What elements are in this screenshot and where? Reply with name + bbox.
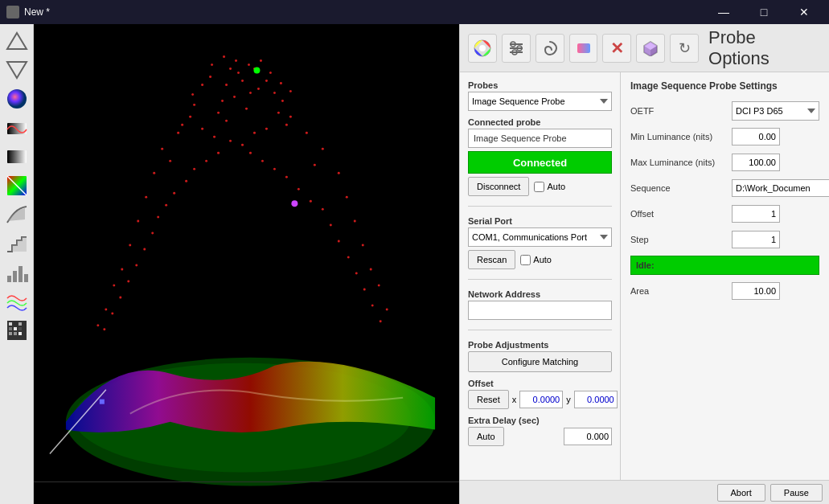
svg-point-96: [355, 272, 358, 274]
svg-point-30: [241, 80, 244, 82]
svg-point-72: [253, 132, 256, 134]
serial-port-select[interactable]: COM1, Communications Port: [468, 227, 612, 247]
svg-point-75: [217, 152, 220, 154]
disconnect-button[interactable]: Disconnect: [468, 177, 529, 196]
refresh-button[interactable]: ↻: [670, 34, 699, 63]
idle-label: Idle:: [636, 260, 655, 270]
svg-point-107: [211, 64, 213, 66]
connected-status-button[interactable]: Connected: [468, 151, 612, 174]
svg-point-59: [113, 284, 115, 286]
max-lum-input[interactable]: [732, 154, 780, 171]
svg-point-27: [237, 72, 240, 74]
sidebar-icon-chart[interactable]: [3, 230, 31, 257]
svg-point-82: [285, 176, 288, 178]
cube-button[interactable]: [636, 34, 665, 63]
sidebar-icon-diagonal[interactable]: [3, 172, 31, 199]
cross-button[interactable]: ✕: [602, 34, 631, 63]
svg-point-88: [322, 208, 324, 211]
svg-point-79: [193, 168, 195, 170]
svg-point-97: [119, 296, 121, 298]
sidebar-icon-wave[interactable]: [3, 114, 31, 141]
svg-point-114: [291, 200, 298, 207]
sidebar-icon-triangle-down[interactable]: [3, 56, 31, 84]
sidebar-icon-sphere[interactable]: [3, 85, 31, 113]
sidebar-icon-ramp[interactable]: [3, 143, 31, 170]
panel-content: Probes Image Sequence Probe Connected pr…: [460, 72, 829, 480]
svg-rect-8: [13, 271, 17, 282]
svg-point-91: [143, 248, 146, 251]
svg-rect-4: [7, 150, 27, 163]
area-label: Area: [630, 286, 727, 296]
svg-point-66: [277, 112, 280, 114]
step-input[interactable]: [732, 231, 780, 248]
svg-point-34: [245, 108, 248, 110]
right-panel: ✕ ↻ Probe Options Probes: [459, 24, 829, 504]
sidebar-icon-triangle[interactable]: [3, 27, 31, 55]
svg-point-53: [137, 220, 139, 223]
oetf-select[interactable]: DCI P3 D65: [732, 101, 819, 121]
abort-button[interactable]: Abort: [717, 484, 765, 502]
tune-button[interactable]: [502, 34, 531, 63]
svg-marker-1: [7, 62, 27, 78]
svg-point-92: [338, 240, 340, 243]
svg-point-60: [370, 268, 372, 270]
delay-input[interactable]: [564, 428, 612, 445]
pause-button[interactable]: Pause: [770, 484, 823, 502]
svg-point-70: [265, 128, 268, 130]
close-button[interactable]: ✕: [786, 0, 823, 24]
serial-port-label: Serial Port: [468, 216, 612, 226]
minimize-button[interactable]: —: [705, 0, 742, 24]
svg-point-106: [260, 59, 262, 62]
swirl-button[interactable]: [536, 34, 564, 63]
seq-offset-input[interactable]: [732, 205, 780, 223]
sequence-row: Sequence ...: [630, 178, 819, 198]
rescan-button[interactable]: Rescan: [468, 250, 515, 269]
reset-button[interactable]: Reset: [468, 390, 509, 409]
sequence-input[interactable]: [732, 179, 829, 197]
svg-rect-10: [24, 274, 28, 282]
svg-point-102: [380, 320, 382, 322]
sidebar-icon-bars[interactable]: [3, 259, 31, 286]
area-input[interactable]: [732, 282, 780, 300]
sidebar-icon-noise[interactable]: [3, 317, 31, 344]
svg-point-47: [153, 172, 155, 174]
panel-title: Probe Options: [708, 27, 821, 69]
settings-title: Image Sequence Probe Settings: [630, 80, 819, 92]
min-lum-input[interactable]: [732, 128, 780, 145]
probe-adjustments-label: Probe Adjustments: [468, 340, 612, 350]
svg-point-68: [285, 124, 288, 126]
svg-point-99: [111, 312, 113, 314]
svg-rect-13: [14, 322, 17, 326]
auto-delay-button[interactable]: Auto: [468, 427, 504, 446]
svg-point-80: [273, 168, 276, 170]
offset-x-input[interactable]: [519, 391, 563, 408]
svg-point-90: [330, 224, 332, 227]
serial-auto-checkbox[interactable]: [520, 255, 531, 265]
svg-rect-18: [9, 332, 12, 335]
svg-rect-20: [18, 332, 22, 335]
gradient-button[interactable]: [569, 34, 598, 63]
area-row: Area: [630, 281, 819, 301]
scatter-plot: [34, 24, 459, 504]
svg-point-33: [233, 96, 236, 98]
configure-matching-button[interactable]: Configure Matching: [468, 351, 612, 372]
probes-select[interactable]: Image Sequence Probe: [468, 92, 612, 111]
svg-rect-124: [577, 43, 590, 53]
svg-point-86: [310, 200, 312, 203]
offset-y-input[interactable]: [574, 391, 618, 408]
color-wheel-button[interactable]: [468, 34, 497, 63]
extra-delay-label: Extra Delay (sec): [468, 416, 612, 425]
svg-point-31: [229, 68, 232, 70]
sidebar-icon-waveform[interactable]: [3, 288, 31, 315]
probes-section: Probes Image Sequence Probe: [468, 80, 612, 111]
min-lum-label: Min Luminance (nits): [630, 132, 727, 141]
svg-point-64: [386, 308, 388, 310]
svg-point-111: [191, 93, 194, 96]
svg-point-108: [269, 72, 272, 74]
maximize-button[interactable]: □: [745, 0, 782, 24]
auto-checkbox[interactable]: [534, 182, 544, 192]
serial-port-section: Serial Port COM1, Communications Port Re…: [468, 216, 612, 269]
svg-point-78: [261, 160, 264, 162]
svg-marker-0: [7, 33, 27, 49]
sidebar-icon-sweep[interactable]: [3, 201, 31, 228]
